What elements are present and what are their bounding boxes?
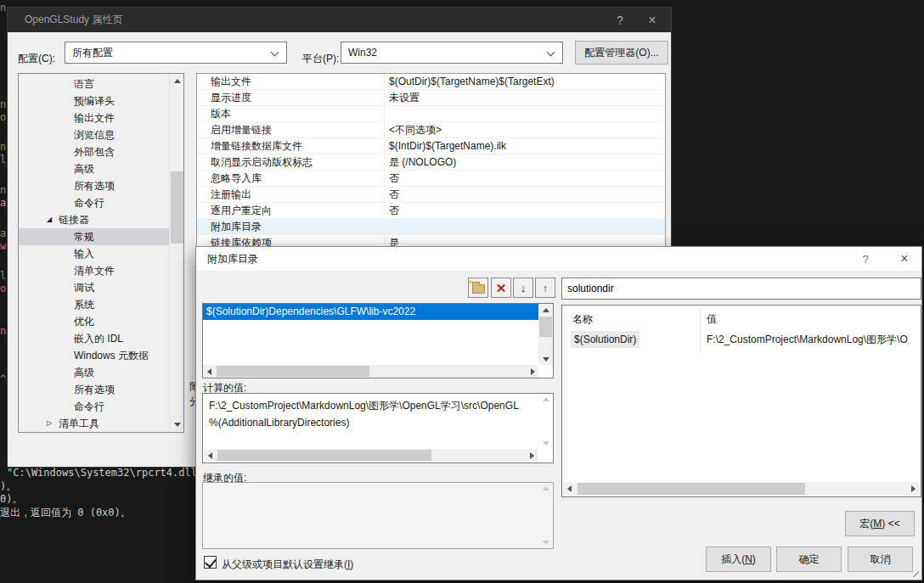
list-vertical-scrollbar[interactable] bbox=[538, 304, 553, 365]
help-button[interactable]: ? bbox=[606, 8, 634, 32]
move-up-button[interactable]: ↑ bbox=[535, 277, 555, 298]
scroll-right-button[interactable] bbox=[907, 482, 920, 496]
scroll-right-button[interactable] bbox=[527, 365, 538, 378]
configuration-value: 所有配置 bbox=[72, 42, 113, 63]
tree-item[interactable]: 命令行 bbox=[19, 194, 169, 211]
scroll-up-button[interactable] bbox=[543, 397, 549, 401]
tree-item[interactable]: 预编译头 bbox=[19, 92, 169, 109]
property-row[interactable]: 附加库目录 bbox=[197, 219, 665, 235]
directory-list-item[interactable]: $(SolutionDir)Dependencies\GLFW\lib-vc20… bbox=[203, 304, 538, 320]
property-row[interactable]: 输出文件 $(OutDir)$(TargetName)$(TargetExt) bbox=[197, 74, 665, 90]
value-column-header[interactable]: 值 bbox=[707, 312, 717, 327]
scrollbar-thumb[interactable] bbox=[578, 483, 805, 495]
configuration-manager-button[interactable]: 配置管理器(O)... bbox=[575, 41, 668, 64]
evaluated-horizontal-scrollbar[interactable] bbox=[204, 449, 538, 462]
property-value[interactable]: 是 (/NOLOGO) bbox=[389, 154, 456, 171]
scrollbar-thumb[interactable] bbox=[217, 366, 369, 377]
scroll-up-button[interactable] bbox=[543, 486, 549, 491]
tree-item-label: 系统 bbox=[74, 299, 94, 311]
property-row[interactable]: 忽略导入库 否 bbox=[197, 171, 665, 187]
list-horizontal-scrollbar[interactable] bbox=[203, 365, 538, 378]
tree-item[interactable]: 输出文件 bbox=[19, 109, 169, 126]
scroll-down-button[interactable] bbox=[539, 353, 552, 365]
property-value[interactable]: <不同选项> bbox=[389, 122, 442, 138]
scroll-up-button[interactable] bbox=[539, 304, 552, 316]
property-row[interactable]: 注册输出 否 bbox=[197, 187, 665, 203]
scroll-left-button[interactable] bbox=[204, 449, 216, 462]
tree-item[interactable]: Windows 元数据 bbox=[19, 347, 169, 364]
property-row[interactable]: 增量链接数据库文件 $(IntDir)$(TargetName).ilk bbox=[197, 138, 665, 154]
move-down-button[interactable]: ↓ bbox=[513, 277, 533, 298]
parent-titlebar[interactable]: OpenGLStudy 属性页 ? × bbox=[8, 8, 671, 32]
inherit-checkbox-label: 从父级或项目默认设置继承(I) bbox=[222, 558, 353, 572]
inherit-from-parent-checkbox[interactable] bbox=[204, 556, 217, 569]
name-column-header[interactable]: 名称 bbox=[572, 312, 593, 327]
tree-scrollbar[interactable] bbox=[169, 74, 183, 432]
scroll-down-button[interactable] bbox=[171, 418, 183, 431]
ok-button[interactable]: 确定 bbox=[776, 547, 842, 572]
evaluated-line: %(AdditionalLibraryDirectories) bbox=[209, 414, 536, 431]
tree-expander-icon[interactable]: ◢ bbox=[47, 211, 59, 228]
insert-button[interactable]: 插入(N) bbox=[706, 547, 771, 572]
property-row[interactable]: 启用增量链接 <不同选项> bbox=[197, 122, 665, 138]
scroll-down-button[interactable] bbox=[543, 441, 549, 446]
tree-item[interactable]: 优化 bbox=[19, 313, 169, 330]
platform-select[interactable]: Win32 bbox=[341, 42, 563, 64]
property-row[interactable]: 显示进度 未设置 bbox=[197, 90, 665, 106]
property-row[interactable]: 取消显示启动版权标志 是 (/NOLOGO) bbox=[197, 154, 665, 171]
tree-item[interactable]: 嵌入的 IDL bbox=[19, 330, 169, 347]
scrollbar-thumb[interactable] bbox=[539, 317, 552, 337]
tree-item[interactable]: 输入 bbox=[19, 245, 169, 262]
scroll-left-button[interactable] bbox=[563, 482, 576, 496]
property-value[interactable]: 否 bbox=[389, 171, 399, 187]
tree-item[interactable]: 调试 bbox=[19, 279, 169, 296]
scrollbar-thumb[interactable] bbox=[171, 171, 183, 244]
cancel-button[interactable]: 取消 bbox=[848, 547, 913, 572]
tree-item[interactable]: ▷ 清单工具 bbox=[19, 415, 169, 432]
tree-item-label: 高级 bbox=[74, 367, 94, 378]
column-divider bbox=[384, 171, 385, 186]
tree-item[interactable]: 高级 bbox=[19, 160, 169, 177]
configuration-select[interactable]: 所有配置 bbox=[65, 42, 287, 64]
help-button[interactable]: ? bbox=[855, 247, 876, 271]
tree-item[interactable]: 命令行 bbox=[19, 398, 169, 415]
scrollbar-thumb[interactable] bbox=[217, 450, 431, 461]
tree-item[interactable]: 语言 bbox=[19, 76, 169, 92]
property-value[interactable]: 否 bbox=[389, 187, 399, 203]
tree-item[interactable]: 所有选项 bbox=[19, 381, 169, 398]
tree-item[interactable]: 外部包含 bbox=[19, 143, 169, 160]
scroll-up-button[interactable] bbox=[171, 75, 183, 87]
screen: nneonntlfndarapwallolna^ "C:\Windows\Sys… bbox=[0, 0, 924, 583]
property-row[interactable]: 逐用户重定向 否 bbox=[197, 203, 665, 219]
scroll-right-button[interactable] bbox=[526, 449, 538, 462]
property-name: 忽略导入库 bbox=[211, 171, 262, 187]
close-button[interactable]: × bbox=[639, 8, 666, 32]
tree-item[interactable]: ◢ 链接器 bbox=[19, 211, 169, 228]
close-button[interactable]: × bbox=[893, 247, 916, 271]
property-value[interactable]: $(IntDir)$(TargetName).ilk bbox=[389, 138, 506, 154]
macro-filter-input[interactable] bbox=[561, 277, 921, 300]
child-titlebar[interactable]: 附加库目录 ? × bbox=[196, 247, 921, 271]
new-line-button[interactable]: * bbox=[468, 277, 488, 298]
tree-item[interactable]: 常规 bbox=[19, 228, 169, 245]
table-horizontal-scrollbar[interactable] bbox=[563, 482, 920, 496]
macros-toggle-button[interactable]: 宏(M) << bbox=[845, 511, 915, 536]
macro-name[interactable]: $(SolutionDir) bbox=[571, 331, 639, 348]
scroll-down-button[interactable] bbox=[543, 541, 549, 545]
tree-item-label: 外部包含 bbox=[74, 146, 115, 158]
property-value[interactable]: 未设置 bbox=[389, 90, 420, 106]
arrow-up-icon: ↑ bbox=[543, 282, 549, 294]
tree-item[interactable]: 所有选项 bbox=[19, 177, 169, 194]
delete-line-button[interactable]: ✕ bbox=[491, 277, 511, 298]
property-value[interactable]: 否 bbox=[389, 203, 399, 219]
macro-row[interactable]: $(SolutionDir) F:\2_CustomProject\Markdo… bbox=[562, 331, 921, 348]
property-row[interactable]: 版本 bbox=[197, 106, 665, 122]
tree-expander-icon[interactable]: ▷ bbox=[47, 415, 59, 432]
property-value[interactable]: $(OutDir)$(TargetName)$(TargetExt) bbox=[389, 74, 555, 90]
tree-item[interactable]: 浏览信息 bbox=[19, 126, 169, 143]
tree-item[interactable]: 高级 bbox=[19, 364, 169, 381]
tree-item[interactable]: 清单文件 bbox=[19, 262, 169, 279]
tree-item[interactable]: 系统 bbox=[19, 296, 169, 313]
new-folder-icon: * bbox=[472, 284, 485, 294]
scroll-left-button[interactable] bbox=[203, 365, 215, 378]
